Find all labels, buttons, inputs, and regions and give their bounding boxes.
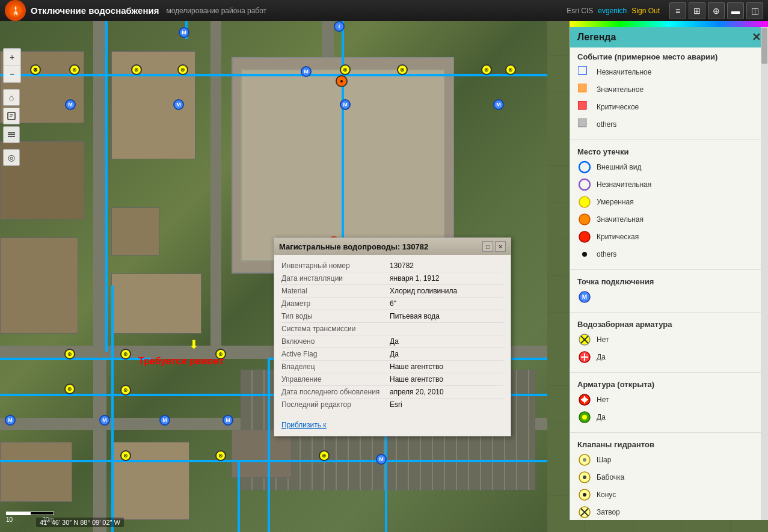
legend-section-leak: Место утечки Внешний вид Незначительная … (570, 142, 768, 267)
popup-field-4: Тип воды (281, 312, 390, 320)
svg-text:M: M (582, 294, 587, 301)
legend-label-critical-leak: Критическая (597, 233, 639, 241)
nav-links: Esri CIS evgenich Sign Out (567, 7, 660, 15)
m-marker: M (179, 27, 189, 38)
ruler-icon[interactable]: ▬ (727, 2, 744, 19)
popup-value-10: апреля 20, 2010 (390, 388, 444, 396)
svg-marker-10 (578, 118, 586, 127)
globe-icon[interactable]: ⊕ (708, 2, 725, 19)
legend-label-moderate-leak: Умеренная (597, 198, 634, 206)
popup-link-section: Приблизить к (274, 415, 511, 436)
legend-item-gate: Затвор (577, 505, 761, 519)
app-logo (5, 0, 26, 21)
legend-icon-butterfly (577, 470, 592, 485)
app-header: Отключение водоснабжения моделирование р… (0, 0, 768, 21)
valve-marker: ⊗ (505, 64, 516, 75)
legend-scrollbar-thumb[interactable] (761, 28, 767, 64)
legend-item-others-event: others (577, 117, 761, 132)
legend-item-open-valve-no: Нет (577, 393, 761, 407)
m-marker: M (340, 99, 351, 110)
valve-marker: ⊗ (131, 64, 142, 75)
popup-row-6: Включено Да (281, 335, 503, 348)
legend-icon-valve-yes (577, 350, 592, 364)
legend-label-critical: Критическое (597, 103, 639, 111)
legend-label-significant-leak: Значительная (597, 215, 644, 224)
legend-item-valve-no: Нет (577, 332, 761, 347)
m-marker: M (159, 415, 170, 426)
water-pipe-h1 (0, 74, 547, 76)
legend-icon-ball (577, 453, 592, 467)
legend-item-valve-yes: Да (577, 350, 761, 364)
svg-marker-8 (578, 84, 586, 92)
legend-label-valve-no: Нет (597, 335, 609, 344)
arrow-marker: ⬇ (189, 338, 201, 350)
popup-zoom-link[interactable]: Приблизить к (281, 421, 327, 429)
valve-marker: ⊗ (120, 385, 131, 396)
zoom-controls: + − (3, 48, 21, 83)
home-button[interactable]: ⌂ (3, 89, 20, 106)
valve-marker: ⊗ (215, 450, 226, 461)
popup-row-9: Управление Наше агентство (281, 373, 503, 386)
popup-value-1: января 1, 1912 (390, 274, 439, 283)
legend-scrollbar[interactable] (761, 27, 768, 520)
m-marker: M (5, 415, 16, 426)
zoom-out-button[interactable]: − (4, 66, 20, 82)
left-toolbar: + − ⌂ ◎ (3, 48, 21, 166)
user-link[interactable]: evgenich (598, 7, 627, 15)
legend-item-critical: Критическое (577, 100, 761, 114)
valve-marker: ⊗ (69, 64, 80, 75)
bookmark-button[interactable] (3, 108, 20, 124)
legend-item-ball: Шар (577, 453, 761, 467)
svg-point-36 (583, 493, 586, 497)
layers-icon[interactable]: ◫ (746, 2, 763, 19)
legend-item-cone: Конус (577, 488, 761, 502)
valve-marker: ⊗ (64, 349, 75, 359)
legend-label-external: Внешний вид (597, 163, 641, 171)
popup-value-0: 130782 (390, 261, 414, 270)
m-marker: M (99, 415, 110, 426)
m-marker: M (301, 66, 312, 77)
esri-cis-link[interactable]: Esri CIS (567, 7, 593, 15)
popup-row-8: Владелец Наше агентство (281, 361, 503, 373)
legend-section-water-valve: Водозаборная арматура Нет Да (570, 315, 768, 370)
popup-header: Магистральные водопроводы: 130782 □ ✕ (274, 238, 511, 255)
grid-icon[interactable]: ⊞ (689, 2, 705, 19)
legend-section-event: Событие (примерное место аварии) Незначи… (570, 47, 768, 137)
legend-section-connection: Точка подключения M (570, 272, 768, 310)
popup-controls: □ ✕ (482, 241, 506, 252)
valve-marker: ⊗ (120, 450, 131, 461)
svg-point-14 (579, 214, 590, 225)
popup-row-7: Active Flag Да (281, 348, 503, 361)
popup-field-11: Последний редактор (281, 400, 390, 409)
valve-marker: ⊗ (340, 64, 351, 75)
repair-label: Требуется ремонт (138, 356, 224, 367)
legend-label-cone: Конус (597, 491, 616, 499)
popup-value-3: 6" (390, 299, 396, 308)
popup-field-10: Дата последнего обновления (281, 388, 390, 396)
popup-field-2: Material (281, 287, 390, 295)
zoom-in-button[interactable]: + (4, 49, 20, 66)
popup-field-6: Включено (281, 337, 390, 346)
svg-point-34 (583, 475, 586, 479)
valve-marker: ⊗ (319, 450, 330, 461)
popup-field-0: Инвентарный номер (281, 261, 390, 270)
legend-close-button[interactable]: ✕ (752, 32, 761, 43)
popup-value-7: Да (390, 350, 399, 358)
legend-section-open-valve-title: Арматура (открыта) (577, 380, 761, 389)
popup-close-button[interactable]: ✕ (495, 241, 506, 252)
popup-field-7: Active Flag (281, 350, 390, 358)
legend-item-others-leak: others (577, 247, 761, 261)
compass-button[interactable]: ◎ (3, 149, 20, 166)
signout-link[interactable]: Sign Out (631, 7, 660, 15)
layers-button[interactable] (3, 126, 20, 143)
valve-marker: ⊗ (30, 64, 41, 75)
legend-label-others-event: others (597, 120, 616, 129)
water-pipe-v1 (342, 21, 344, 274)
legend-top-stripe (570, 21, 768, 27)
legend-item-external: Внешний вид (577, 160, 761, 174)
popup-field-8: Владелец (281, 362, 390, 371)
menu-icon[interactable]: ≡ (669, 2, 686, 19)
legend-icon-minor-leak (577, 177, 592, 192)
legend-icon-critical (577, 100, 592, 114)
popup-maximize-button[interactable]: □ (482, 241, 493, 252)
